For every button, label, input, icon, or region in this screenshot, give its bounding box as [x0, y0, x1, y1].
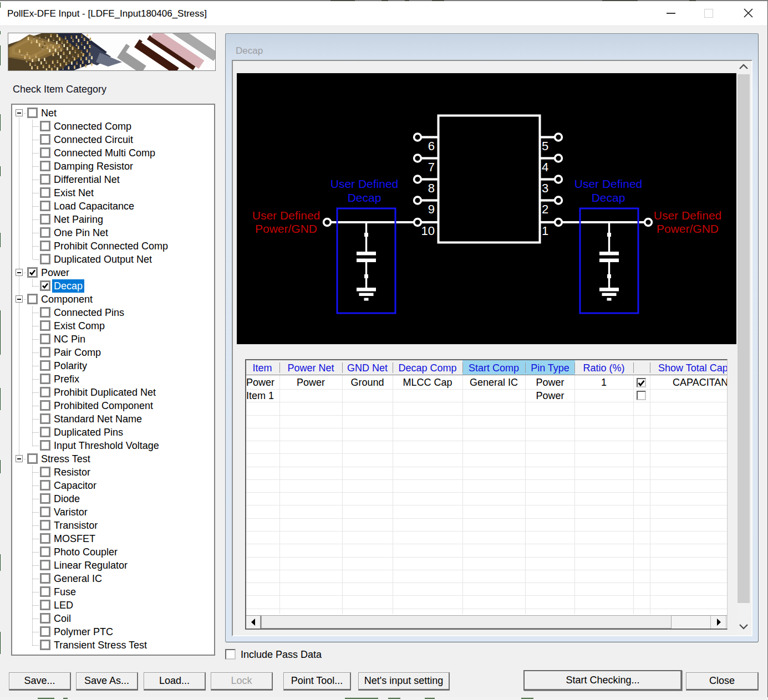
svg-text:User Defined: User Defined — [252, 209, 321, 222]
svg-text:Power/GND: Power/GND — [255, 222, 317, 235]
svg-text:8: 8 — [428, 181, 435, 195]
svg-text:5: 5 — [542, 139, 548, 153]
svg-text:User Defined: User Defined — [654, 209, 722, 222]
svg-text:2: 2 — [542, 202, 548, 216]
svg-text:7: 7 — [428, 160, 435, 174]
svg-text:10: 10 — [421, 224, 435, 238]
svg-text:User Defined: User Defined — [330, 177, 399, 190]
svg-text:Decap: Decap — [348, 191, 382, 204]
svg-text:9: 9 — [428, 202, 435, 216]
svg-text:4: 4 — [542, 160, 548, 174]
svg-text:6: 6 — [428, 139, 435, 153]
svg-text:3: 3 — [542, 181, 548, 195]
svg-text:Power/GND: Power/GND — [657, 222, 719, 235]
svg-text:1: 1 — [542, 224, 548, 238]
svg-text:User Defined: User Defined — [574, 177, 643, 190]
svg-text:Decap: Decap — [592, 191, 625, 204]
